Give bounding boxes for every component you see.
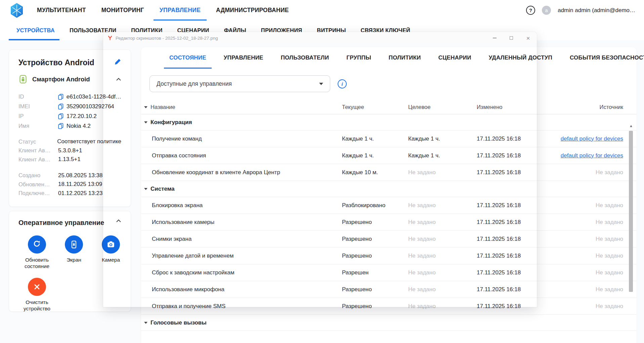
- topnav-item-administration[interactable]: АДМИНИСТРИРОВАНИЕ: [216, 0, 289, 21]
- page-content: Устройство Android Смартфон Android: [0, 40, 644, 343]
- table-header: Название Текущее Целевое Изменено Источн…: [141, 100, 637, 114]
- table-row[interactable]: Блокировка экрана Разблокировано Не зада…: [141, 197, 637, 214]
- action-label: Экран: [67, 257, 81, 263]
- column-header-source: Источник: [547, 104, 623, 110]
- field-value: Соответствует политике: [57, 138, 121, 145]
- wipe-device-button[interactable]: Очистить устройство: [18, 278, 55, 312]
- field-label: ID: [18, 93, 58, 100]
- column-header-name[interactable]: Название: [152, 104, 334, 110]
- tab-scenarios[interactable]: СЦЕНАРИИ: [438, 47, 471, 69]
- tab-users[interactable]: ПОЛЬЗОВАТЕЛИ: [281, 47, 329, 69]
- refresh-state-button[interactable]: Обновить состояние: [18, 235, 55, 270]
- copy-icon[interactable]: [58, 94, 63, 100]
- copy-icon[interactable]: [58, 104, 63, 110]
- camera-button[interactable]: Камера: [92, 235, 129, 270]
- field-value: 172.20.10.2: [67, 113, 97, 120]
- source-policy-link[interactable]: default policy for devices: [561, 152, 623, 159]
- copy-icon[interactable]: [58, 113, 63, 119]
- tab-policies[interactable]: ПОЛИТИКИ: [389, 47, 421, 69]
- tab-groups[interactable]: ГРУППЫ: [346, 47, 371, 69]
- tab-state[interactable]: СОСТОЯНИЕ: [169, 47, 206, 69]
- wipe-icon: [33, 283, 41, 291]
- action-label: Обновить состояние: [18, 257, 55, 270]
- aurora-center-logo: [10, 3, 24, 18]
- topnav-item-management[interactable]: УПРАВЛЕНИЕ: [160, 0, 201, 21]
- table-row[interactable]: Управление датой и временем Разрешено Не…: [141, 247, 637, 264]
- user-name[interactable]: admin admin (admin@demo…: [558, 7, 635, 14]
- vertical-scrollbar[interactable]: ▲ ▼: [629, 124, 634, 343]
- field-label: Клиент Ав…: [18, 147, 58, 154]
- copy-icon[interactable]: [58, 123, 63, 129]
- tab-remote-access[interactable]: УДАЛЕННЫЙ ДОСТУП: [489, 47, 552, 69]
- action-label: Очистить устройство: [18, 299, 55, 312]
- scroll-up-icon[interactable]: ▲: [629, 124, 634, 128]
- field-label: IP: [18, 113, 58, 119]
- screen-button[interactable]: Экран: [55, 235, 92, 270]
- collapse-device-card-button[interactable]: [116, 77, 121, 81]
- scrollbar-thumb[interactable]: [629, 131, 633, 292]
- android-phone-icon: [18, 75, 28, 84]
- detail-tabs: СОСТОЯНИЕ УПРАВЛЕНИЕ ПОЛЬЗОВАТЕЛИ ГРУППЫ…: [141, 47, 637, 69]
- group-caret-icon: [144, 121, 147, 123]
- field-label: IMEI: [18, 103, 58, 110]
- group-row-configuration[interactable]: Конфигурация: [141, 114, 637, 130]
- table-row[interactable]: Использование микрофона Разрешено Не зад…: [141, 281, 637, 298]
- topnav-item-monitoring[interactable]: МОНИТОРИНГ: [101, 0, 144, 21]
- quick-actions-title: Оперативное управление: [18, 219, 104, 227]
- chevron-up-icon: [116, 77, 121, 81]
- chevron-down-icon: [319, 83, 323, 85]
- editor-window-titlebar[interactable]: Редактор скриншотов - 2025-12-02_18-28-2…: [103, 32, 537, 44]
- field-label: Клиент Ав…: [18, 156, 58, 163]
- field-value: 5.3.0.8+1: [58, 147, 82, 154]
- avatar[interactable]: a: [542, 6, 551, 15]
- device-date-fields: Создано25.08.2025 13:38 Обновлен…18.11.2…: [18, 171, 121, 198]
- field-row-id: ID e61c03e1-1128-4df…: [18, 92, 121, 102]
- table-row[interactable]: Получение команд Каждые 1 ч. Каждые 1 ч.…: [141, 130, 637, 147]
- tab-management[interactable]: УПРАВЛЕНИЕ: [224, 47, 263, 69]
- field-label: Создано: [18, 172, 58, 179]
- source-policy-link[interactable]: default policy for devices: [561, 136, 623, 142]
- top-bar: МУЛЬТИТЕНАНТ МОНИТОРИНГ УПРАВЛЕНИЕ АДМИН…: [0, 0, 644, 21]
- tab-security-events[interactable]: СОБЫТИЯ БЕЗОПАСНОСТИ: [570, 47, 644, 69]
- device-type-name: Смартфон Android: [32, 76, 116, 83]
- maximize-icon: [510, 36, 513, 40]
- device-info-card: Устройство Android Смартфон Android: [9, 49, 131, 207]
- maximize-button[interactable]: [509, 35, 514, 41]
- group-row-system[interactable]: Система: [141, 181, 637, 197]
- close-button[interactable]: ×: [525, 35, 531, 41]
- table-row[interactable]: Обновление координат в клиенте Аврора Це…: [141, 164, 637, 181]
- chevron-up-icon: [116, 219, 121, 223]
- field-value: 18.11.2025 13:09: [58, 181, 102, 188]
- state-table: Название Текущее Целевое Изменено Источн…: [141, 100, 637, 331]
- table-row[interactable]: Отправка состояния Каждые 1 ч. Каждые 1 …: [141, 147, 637, 164]
- group-row-voice-calls[interactable]: Голосовые вызовы: [141, 315, 637, 331]
- table-row[interactable]: Использование камеры Разрешено Не задано…: [141, 214, 637, 231]
- table-row[interactable]: Сброс к заводским настройкам Разрешен Не…: [141, 264, 637, 281]
- field-label: Имя: [18, 123, 58, 129]
- field-value: 1.13.5+1: [58, 156, 81, 163]
- collapse-quick-actions-button[interactable]: [116, 219, 121, 223]
- info-icon[interactable]: i: [338, 79, 347, 88]
- pencil-icon: [115, 58, 121, 65]
- state-filter-dropdown[interactable]: Доступные для управления: [149, 75, 330, 92]
- field-row-imei: IMEI 352900103292764: [18, 102, 121, 111]
- sort-caret-icon: [144, 106, 147, 108]
- field-value: e61c03e1-1128-4df…: [67, 93, 121, 100]
- editor-app-icon: [108, 36, 112, 40]
- help-icon[interactable]: ?: [526, 6, 535, 15]
- refresh-icon: [33, 240, 41, 249]
- field-row-ip: IP 172.20.10.2: [18, 111, 121, 121]
- table-row[interactable]: Отправка и получение SMS Разрешено Не за…: [141, 298, 637, 315]
- screen-lock-icon: [70, 240, 78, 249]
- editor-window-title: Редактор скриншотов - 2025-12-02_18-28-2…: [116, 36, 218, 41]
- table-row[interactable]: Снимки экрана Разрешено Не задано 17.11.…: [141, 231, 637, 247]
- edit-device-button[interactable]: [115, 58, 121, 65]
- field-value: 01.12.2025 13:23: [58, 190, 102, 197]
- topnav-item-multitenant[interactable]: МУЛЬТИТЕНАНТ: [37, 0, 86, 21]
- subnav-item-devices[interactable]: УСТРОЙСТВА: [16, 21, 55, 40]
- device-card-title: Устройство Android: [18, 58, 94, 67]
- close-icon: ×: [526, 35, 530, 41]
- dropdown-value: Доступные для управления: [157, 80, 232, 87]
- field-value: 352900103292764: [67, 103, 114, 110]
- minimize-button[interactable]: [492, 35, 497, 41]
